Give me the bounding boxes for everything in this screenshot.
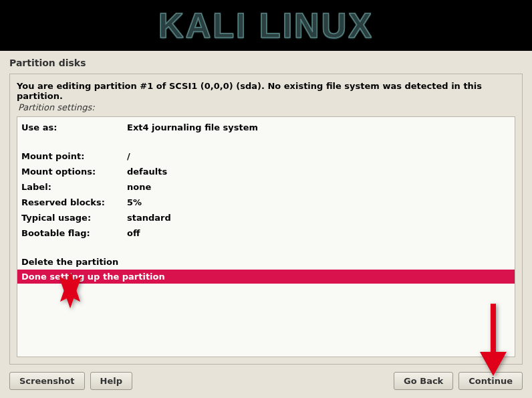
kali-logo: KALI LINUX — [158, 5, 374, 45]
setting-label: Mount point: — [21, 151, 127, 161]
setting-row-mount-options[interactable]: Mount options: defaults — [17, 164, 515, 179]
spacer — [17, 241, 515, 254]
continue-button[interactable]: Continue — [458, 372, 523, 390]
setting-label: Mount options: — [21, 167, 127, 177]
setting-value: 5% — [127, 197, 511, 207]
setting-row-reserved-blocks[interactable]: Reserved blocks: 5% — [17, 195, 515, 210]
setting-value: Ext4 journaling file system — [127, 122, 511, 132]
content-frame: You are editing partition #1 of SCSI1 (0… — [9, 74, 523, 365]
setting-value: standard — [127, 213, 511, 223]
page-title: Partition disks — [0, 51, 532, 74]
setting-value: / — [127, 151, 511, 161]
action-delete-partition[interactable]: Delete the partition — [17, 254, 515, 270]
setting-label: Label: — [21, 182, 127, 192]
subtitle-text: Partition settings: — [17, 102, 515, 112]
setting-row-bootable-flag[interactable]: Bootable flag: off — [17, 225, 515, 241]
setting-label: Reserved blocks: — [21, 197, 127, 207]
instruction-text: You are editing partition #1 of SCSI1 (0… — [17, 81, 515, 102]
partition-settings-list: Use as: Ext4 journaling file system Moun… — [17, 116, 515, 357]
setting-row-use-as[interactable]: Use as: Ext4 journaling file system — [17, 117, 515, 135]
button-bar: Screenshot Help Go Back Continue — [9, 372, 523, 390]
spacer — [17, 135, 515, 148]
setting-label: Typical usage: — [21, 213, 127, 223]
main-panel: Partition disks You are editing partitio… — [0, 51, 532, 398]
screenshot-button[interactable]: Screenshot — [9, 372, 85, 390]
setting-row-mount-point[interactable]: Mount point: / — [17, 148, 515, 164]
setting-label: Bootable flag: — [21, 228, 127, 238]
setting-value: off — [127, 228, 511, 238]
header-bar: KALI LINUX — [0, 0, 532, 51]
setting-value: none — [127, 182, 511, 192]
help-button[interactable]: Help — [90, 372, 132, 390]
setting-row-label[interactable]: Label: none — [17, 179, 515, 195]
go-back-button[interactable]: Go Back — [394, 372, 453, 390]
action-done-setting-up[interactable]: Done setting up the partition — [17, 270, 515, 284]
setting-label: Use as: — [21, 122, 127, 132]
setting-row-typical-usage[interactable]: Typical usage: standard — [17, 210, 515, 225]
setting-value: defaults — [127, 167, 511, 177]
